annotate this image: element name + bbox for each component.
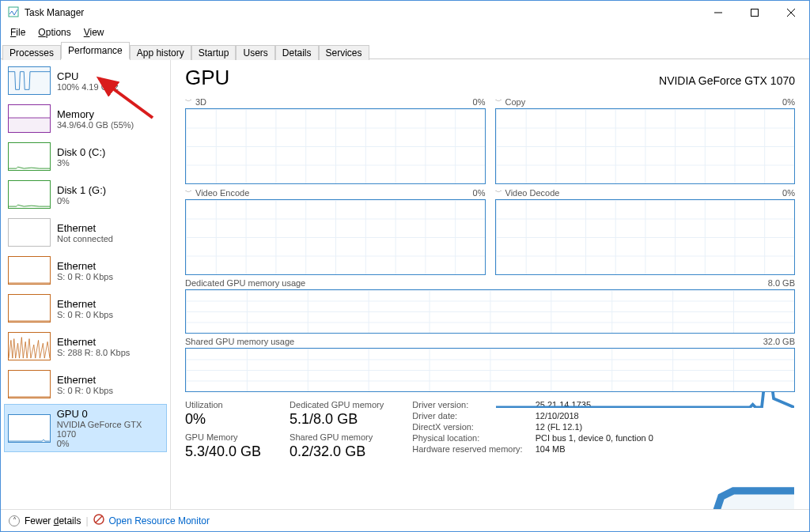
svg-line-10	[96, 516, 102, 523]
svg-rect-6	[9, 118, 50, 132]
sidebar-item-subtitle2: 0%	[57, 439, 163, 448]
window-controls	[700, 1, 809, 25]
sidebar-item-title: CPU	[57, 70, 119, 82]
thumbnail-chart	[8, 180, 51, 209]
sidebar-item-disk0[interactable]: Disk 0 (C:)3%	[4, 138, 167, 175]
graph-3d[interactable]: ﹀3D0%	[185, 96, 486, 184]
sidebar-item-title: Ethernet	[57, 260, 113, 272]
svg-rect-0	[9, 7, 18, 17]
graph-video-encode[interactable]: ﹀Video Encode0%	[185, 187, 486, 275]
thumbnail-chart	[8, 218, 51, 247]
close-button[interactable]	[773, 1, 809, 25]
sidebar-item-eth0[interactable]: EthernetNot connected	[4, 214, 167, 251]
collapse-icon[interactable]: ˄	[9, 515, 20, 526]
tab-services[interactable]: Services	[319, 45, 369, 60]
sidebar-item-subtitle: 34.9/64.0 GB (55%)	[57, 120, 134, 130]
sidebar-item-subtitle: S: 0 R: 0 Kbps	[57, 272, 113, 281]
tabs: Processes Performance App history Startu…	[1, 40, 809, 59]
thumbnail-chart	[8, 142, 51, 171]
app-icon	[7, 6, 20, 21]
graph-copy[interactable]: ﹀Copy0%	[495, 96, 796, 184]
sidebar-item-disk1[interactable]: Disk 1 (G:)0%	[4, 176, 167, 213]
resource-monitor-icon	[93, 514, 104, 527]
graph-value: 0%	[782, 97, 795, 107]
sidebar-item-eth1[interactable]: EthernetS: 0 R: 0 Kbps	[4, 252, 167, 289]
tab-performance[interactable]: Performance	[61, 42, 130, 59]
thumbnail-chart	[8, 256, 51, 285]
thumbnail-chart	[8, 370, 51, 398]
content-body: CPU100% 4.19 GHzMemory34.9/64.0 GB (55%)…	[1, 59, 809, 509]
thumbnail-chart	[8, 104, 51, 133]
tab-users[interactable]: Users	[236, 45, 274, 60]
fewer-details-link[interactable]: Fewer details	[25, 515, 81, 526]
graph-label: Video Encode	[195, 188, 249, 198]
sidebar-item-subtitle: S: 0 R: 0 Kbps	[57, 386, 113, 395]
tab-startup[interactable]: Startup	[191, 45, 237, 60]
task-manager-window: Task Manager File Options View Processes…	[0, 0, 810, 532]
maximize-button[interactable]	[736, 1, 773, 25]
sidebar-item-title: Ethernet	[57, 374, 113, 386]
sidebar-item-title: Ethernet	[57, 222, 113, 234]
graph-value: 0%	[473, 97, 486, 107]
graph-label: 3D	[195, 97, 206, 107]
sidebar-item-eth3[interactable]: EthernetS: 288 R: 8.0 Kbps	[4, 328, 167, 364]
sidebar-item-title: Ethernet	[57, 336, 130, 348]
thumbnail-chart	[8, 66, 51, 95]
sidebar-item-eth4[interactable]: EthernetS: 0 R: 0 Kbps	[4, 366, 167, 402]
svg-rect-2	[751, 9, 759, 17]
graph-label: Dedicated GPU memory usage	[185, 278, 305, 288]
sidebar-item-subtitle: 3%	[57, 158, 105, 168]
tab-processes[interactable]: Processes	[2, 45, 61, 60]
sidebar-item-memory[interactable]: Memory34.9/64.0 GB (55%)	[4, 100, 167, 137]
sidebar-item-eth2[interactable]: EthernetS: 0 R: 0 Kbps	[4, 290, 167, 326]
open-resource-monitor-link[interactable]: Open Resource Monitor	[109, 515, 210, 526]
graph-value: 0%	[473, 188, 486, 198]
page-title: GPU	[185, 66, 229, 90]
device-name: NVIDIA GeForce GTX 1070	[659, 74, 795, 87]
svg-rect-5	[9, 67, 50, 94]
sidebar-item-title: Memory	[57, 108, 134, 120]
menu-view[interactable]: View	[78, 25, 111, 40]
sidebar-item-title: Disk 1 (G:)	[57, 184, 106, 196]
chevron-down-icon: ﹀	[185, 187, 192, 198]
tab-app-history[interactable]: App history	[130, 45, 191, 60]
graph-label: Copy	[505, 97, 526, 107]
sidebar-item-subtitle: NVIDIA GeForce GTX 1070	[57, 420, 163, 439]
sidebar-item-subtitle: S: 0 R: 0 Kbps	[57, 310, 113, 319]
titlebar: Task Manager	[1, 1, 809, 25]
panel-header: GPU NVIDIA GeForce GTX 1070	[185, 66, 795, 90]
menubar: File Options View	[1, 25, 809, 40]
menu-options[interactable]: Options	[32, 25, 77, 40]
menu-file[interactable]: File	[4, 25, 32, 40]
sidebar-item-title: GPU 0	[57, 408, 163, 420]
sidebar-item-title: Ethernet	[57, 298, 113, 310]
sidebar-item-subtitle: 0%	[57, 196, 106, 206]
gpu-panel: GPU NVIDIA GeForce GTX 1070 ﹀3D0% ﹀Copy0…	[171, 59, 809, 509]
chevron-down-icon: ﹀	[185, 96, 192, 107]
bottombar: ˄ Fewer details | Open Resource Monitor	[1, 509, 809, 531]
tab-details[interactable]: Details	[275, 45, 319, 60]
graph-video-decode[interactable]: ﹀Video Decode0%	[495, 187, 796, 275]
graph-grid: ﹀3D0% ﹀Copy0% ﹀Video Encode0% ﹀Video Dec…	[185, 96, 795, 392]
sidebar-item-subtitle: 100% 4.19 GHz	[57, 82, 119, 92]
sidebar-item-title: Disk 0 (C:)	[57, 146, 105, 158]
sidebar-item-subtitle: Not connected	[57, 234, 113, 243]
thumbnail-chart	[8, 332, 51, 360]
sidebar-item-subtitle: S: 288 R: 8.0 Kbps	[57, 348, 130, 357]
performance-sidebar[interactable]: CPU100% 4.19 GHzMemory34.9/64.0 GB (55%)…	[1, 59, 171, 509]
chevron-down-icon: ﹀	[495, 96, 502, 107]
sidebar-item-gpu0[interactable]: GPU 0NVIDIA GeForce GTX 10700%	[4, 404, 167, 452]
sidebar-item-cpu[interactable]: CPU100% 4.19 GHz	[4, 62, 167, 99]
thumbnail-chart	[8, 414, 51, 443]
window-title: Task Manager	[25, 7, 84, 18]
thumbnail-chart	[8, 294, 51, 323]
minimize-button[interactable]	[700, 1, 736, 25]
